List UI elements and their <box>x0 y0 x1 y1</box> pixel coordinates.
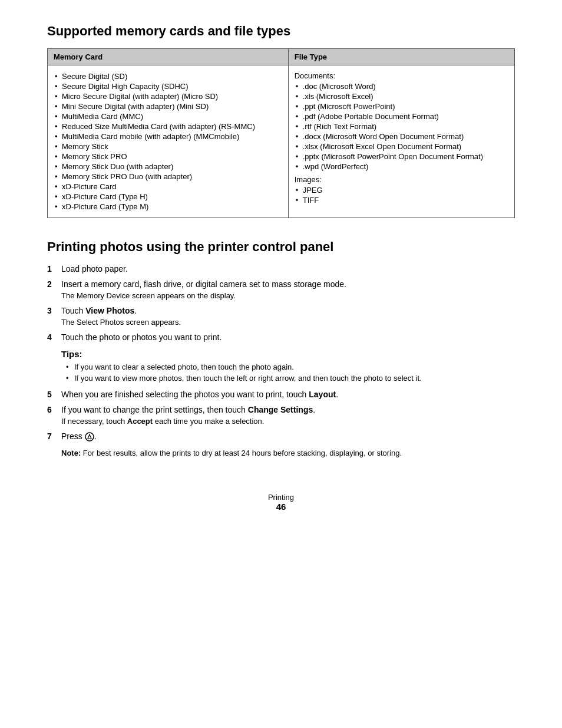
list-item: MultiMedia Card (MMC) <box>54 111 282 121</box>
list-item: xD-Picture Card <box>54 182 282 192</box>
section2-title: Printing photos using the printer contro… <box>47 239 515 255</box>
file-type-cell: Documents: .doc (Microsoft Word) .xls (M… <box>288 65 514 218</box>
list-item: .doc (Microsoft Word) <box>295 81 508 91</box>
tip-item-1: If you want to clear a selected photo, t… <box>66 363 515 371</box>
step-1: 1 Load photo paper. <box>47 264 515 274</box>
list-item: MultiMedia Card mobile (with adapter) (M… <box>54 131 282 141</box>
documents-list: .doc (Microsoft Word) .xls (Microsoft Ex… <box>295 81 508 172</box>
step-3: 3 Touch View Photos. The Select Photos s… <box>47 306 515 327</box>
table-header-file-type: File Type <box>288 49 514 65</box>
list-item: Memory Stick Duo (with adapter) <box>54 162 282 172</box>
step-6-sub: If necessary, touch Accept each time you… <box>61 417 515 426</box>
step-num-1: 1 <box>47 264 57 274</box>
step-2-text: Insert a memory card, flash drive, or di… <box>61 279 346 289</box>
list-item: .rtf (Rich Text Format) <box>295 121 508 131</box>
footer-label: Printing <box>268 493 294 502</box>
note-box: Note: For best results, allow the prints… <box>61 449 515 457</box>
step-4-text: Touch the photo or photos you want to pr… <box>61 332 222 342</box>
list-item: .docx (Microsoft Word Open Document Form… <box>295 131 508 141</box>
step-num-4: 4 <box>47 332 57 342</box>
step-3-sub: The Select Photos screen appears. <box>61 318 515 327</box>
memory-card-cell: Secure Digital (SD) Secure Digital High … <box>48 65 289 218</box>
tip-item-2: If you want to view more photos, then to… <box>66 374 515 383</box>
tips-box: Tips: If you want to clear a selected ph… <box>61 349 515 383</box>
table-header-memory-card: Memory Card <box>48 49 289 65</box>
page-number: 46 <box>47 502 515 512</box>
step-5-text: When you are finished selecting the phot… <box>61 390 338 399</box>
step-7-text: Press . <box>61 431 97 441</box>
step-2: 2 Insert a memory card, flash drive, or … <box>47 279 515 300</box>
memory-card-list: Secure Digital (SD) Secure Digital High … <box>54 71 282 212</box>
svg-marker-1 <box>88 434 91 439</box>
step-num-6: 6 <box>47 405 57 414</box>
section1-title: Supported memory cards and file types <box>47 24 515 39</box>
step-num-5: 5 <box>47 390 57 399</box>
tips-list: If you want to clear a selected photo, t… <box>61 363 515 383</box>
steps-list-cont: 5 When you are finished selecting the ph… <box>47 390 515 442</box>
step-3-text: Touch View Photos. <box>61 306 137 315</box>
step-num-3: 3 <box>47 306 57 315</box>
list-item: .ppt (Microsoft PowerPoint) <box>295 101 508 111</box>
note-label: Note: <box>61 449 81 457</box>
list-item: xD-Picture Card (Type M) <box>54 202 282 212</box>
memory-cards-table: Memory Card File Type Secure Digital (SD… <box>47 48 515 218</box>
list-item: JPEG <box>295 185 508 195</box>
step-6: 6 If you want to change the print settin… <box>47 405 515 426</box>
list-item: Micro Secure Digital (with adapter) (Mic… <box>54 91 282 101</box>
list-item: Memory Stick PRO <box>54 151 282 162</box>
step-2-sub: The Memory Device screen appears on the … <box>61 291 515 300</box>
note-text: For best results, allow the prints to dr… <box>83 449 402 457</box>
list-item: Memory Stick <box>54 141 282 151</box>
list-item: .pptx (Microsoft PowerPoint Open Documen… <box>295 151 508 162</box>
list-item: .wpd (WordPerfect) <box>295 162 508 172</box>
documents-label: Documents: <box>295 71 508 80</box>
step-num-2: 2 <box>47 279 57 289</box>
list-item: Reduced Size MultiMedia Card (with adapt… <box>54 121 282 131</box>
step-6-text: If you want to change the print settings… <box>61 405 315 414</box>
images-list: JPEG TIFF <box>295 185 508 205</box>
step-4: 4 Touch the photo or photos you want to … <box>47 332 515 342</box>
step-5: 5 When you are finished selecting the ph… <box>47 390 515 399</box>
list-item: Secure Digital (SD) <box>54 71 282 81</box>
steps-list: 1 Load photo paper. 2 Insert a memory ca… <box>47 264 515 342</box>
list-item: xD-Picture Card (Type H) <box>54 192 282 202</box>
list-item: .pdf (Adobe Portable Document Format) <box>295 111 508 121</box>
list-item: .xls (Microsoft Excel) <box>295 91 508 101</box>
tips-title: Tips: <box>61 349 515 359</box>
step-7: 7 Press . <box>47 431 515 442</box>
step-1-text: Load photo paper. <box>61 264 128 274</box>
page-footer: Printing 46 <box>47 493 515 512</box>
list-item: Mini Secure Digital (with adapter) (Mini… <box>54 101 282 111</box>
print-button-icon <box>85 432 94 442</box>
images-label: Images: <box>295 175 508 184</box>
list-item: .xlsx (Microsoft Excel Open Document For… <box>295 141 508 151</box>
list-item: TIFF <box>295 195 508 205</box>
step-num-7: 7 <box>47 431 57 441</box>
list-item: Memory Stick PRO Duo (with adapter) <box>54 172 282 182</box>
list-item: Secure Digital High Capacity (SDHC) <box>54 81 282 91</box>
